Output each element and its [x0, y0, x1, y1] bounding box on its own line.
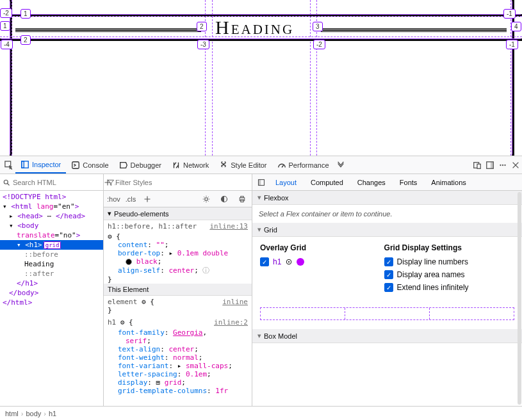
svg-rect-2 [22, 161, 24, 168]
filter-icon [106, 176, 115, 189]
pseudo-source-link[interactable]: inline:13 [209, 222, 248, 230]
tabs-overflow-icon[interactable] [334, 159, 347, 172]
grid-display-settings-title: Grid Display Settings [384, 243, 514, 252]
svg-point-20 [288, 261, 290, 262]
dom-search-input[interactable] [13, 179, 101, 186]
layout-body[interactable]: ▾Flexbox Select a Flex container or item… [252, 191, 522, 406]
dom-text[interactable]: Heading [0, 259, 103, 269]
dom-html-open[interactable]: ▾ <html lang="en"> [0, 202, 103, 211]
tab-console[interactable]: Console [66, 156, 113, 174]
dom-body-close[interactable]: </body> [0, 288, 103, 298]
heading-text: Heading [215, 17, 294, 38]
devtools-tabbar: Inspector Console Debugger Network Style… [0, 156, 522, 174]
close-icon[interactable] [509, 159, 522, 172]
flexbox-message: Select a Flex container or item to conti… [252, 205, 522, 223]
dom-panel: <!DOCTYPE html> ▾ <html lang="en"> ▸ <he… [0, 174, 104, 406]
responsive-design-icon[interactable] [471, 159, 484, 172]
layout-tab-animations[interactable]: Animations [425, 174, 472, 190]
col-label-neg4: -4 [1, 40, 13, 49]
col-label-neg1: -1 [503, 9, 516, 19]
tab-style-editor[interactable]: Style Editor [214, 156, 272, 174]
dom-h1-close[interactable]: </h1> [0, 279, 103, 288]
svg-point-9 [502, 164, 503, 165]
tab-network[interactable]: Network [167, 156, 214, 174]
overlay-h1-row[interactable]: ✓ h1 [260, 257, 369, 266]
opt-area-names[interactable]: ✓Display area names [384, 270, 514, 279]
tab-performance-label: Performance [289, 161, 329, 169]
layout-panel: Layout Computed Changes Fonts Animations… [252, 174, 522, 406]
row-label-2: 2 [20, 35, 31, 45]
svg-point-11 [4, 180, 8, 184]
overlay-grid-title: Overlay Grid [260, 243, 369, 252]
dom-html-close[interactable]: </html> [0, 298, 103, 307]
layout-sidebar-icon[interactable] [255, 176, 268, 189]
tab-performance[interactable]: Performance [272, 156, 334, 174]
crumb-body[interactable]: body [26, 410, 41, 417]
layout-tabbar: Layout Computed Changes Fonts Animations [252, 174, 522, 191]
svg-point-10 [504, 164, 505, 165]
checkbox-h1-icon[interactable]: ✓ [260, 257, 269, 266]
col-label-neg3: -3 [197, 40, 209, 49]
dock-mode-icon[interactable] [484, 159, 496, 172]
tab-style-editor-label: Style Editor [231, 161, 266, 169]
dom-body-attr[interactable]: translate="no"> [0, 230, 103, 240]
page-preview: Heading 1 2 3 4 -4 -3 -2 -1 1 2 -1 -2 [0, 0, 522, 156]
crumb-h1[interactable]: h1 [49, 410, 56, 417]
filter-styles-input[interactable] [115, 179, 249, 186]
dom-after[interactable]: ::after [0, 269, 103, 279]
light-scheme-icon[interactable] [200, 193, 213, 206]
rules-body[interactable]: ▾Pseudo-elements h1::before, h1::after i… [104, 207, 252, 406]
chevron-right-icon: › [21, 410, 24, 417]
opt-line-numbers[interactable]: ✓Display line numbers [384, 257, 514, 266]
dom-head[interactable]: ▸ <head> ⋯ </head> [0, 211, 103, 221]
pick-element-icon[interactable] [3, 159, 15, 172]
layout-tab-changes[interactable]: Changes [351, 174, 392, 190]
tab-network-label: Network [183, 161, 209, 169]
this-element-header: This Element [104, 284, 252, 296]
svg-rect-7 [491, 161, 493, 168]
kebab-icon[interactable] [496, 159, 509, 172]
svg-rect-18 [259, 179, 261, 185]
layout-tab-computed[interactable]: Computed [304, 174, 350, 190]
tab-debugger[interactable]: Debugger [114, 156, 167, 174]
add-rule-icon[interactable] [141, 193, 154, 206]
rules-toolbar: :hov .cls [104, 191, 252, 207]
crumb-html[interactable]: html [5, 410, 19, 417]
pseudo-selector: h1::before, h1::after [108, 222, 197, 230]
breadcrumb: html › body › h1 [0, 406, 522, 420]
dom-h1-open[interactable]: ▾ <h1>grid [0, 240, 103, 250]
dom-before[interactable]: ::before [0, 250, 103, 259]
tab-inspector-label: Inspector [32, 161, 61, 168]
svg-rect-15 [241, 196, 244, 197]
dom-body-open[interactable]: ▾ <body [0, 221, 103, 230]
dom-tree[interactable]: <!DOCTYPE html> ▾ <html lang="en"> ▸ <he… [0, 191, 103, 406]
cls-toggle[interactable]: .cls [126, 195, 136, 203]
h1-source-link[interactable]: inline:2 [214, 318, 248, 327]
layout-tab-fonts[interactable]: Fonts [393, 174, 424, 190]
dom-doctype[interactable]: <!DOCTYPE html> [0, 192, 103, 202]
grid-header[interactable]: ▾Grid [252, 223, 522, 237]
row-label-1: 1 [0, 21, 10, 31]
layout-scrollbar[interactable] [518, 192, 521, 405]
element-source-link[interactable]: inline [222, 298, 248, 306]
target-icon[interactable] [285, 258, 293, 266]
box-model-header[interactable]: ▾Box Model [252, 329, 522, 343]
pseudo-elements-header[interactable]: ▾Pseudo-elements [104, 207, 252, 220]
layout-tab-layout[interactable]: Layout [269, 174, 303, 190]
hov-toggle[interactable]: :hov [107, 195, 120, 203]
grid-color-swatch[interactable] [297, 258, 304, 266]
devtools: Inspector Console Debugger Network Style… [0, 156, 522, 420]
print-media-icon[interactable] [236, 193, 249, 206]
dark-scheme-icon[interactable] [218, 193, 231, 206]
flexbox-header[interactable]: ▾Flexbox [252, 191, 522, 205]
mini-grid-preview [260, 307, 514, 320]
opt-extend-lines[interactable]: ✓Extend lines infinitely [384, 283, 514, 292]
svg-rect-1 [22, 161, 29, 168]
chevron-right-icon: › [44, 410, 46, 417]
col-label-1: 1 [20, 9, 31, 19]
rules-panel: :hov .cls ▾Pseudo-elements h1::before, h… [104, 174, 252, 406]
svg-point-8 [500, 164, 501, 165]
overlay-h1-label: h1 [273, 257, 281, 266]
tab-inspector[interactable]: Inspector [15, 156, 66, 174]
col-label-neg2: -2 [313, 40, 325, 49]
